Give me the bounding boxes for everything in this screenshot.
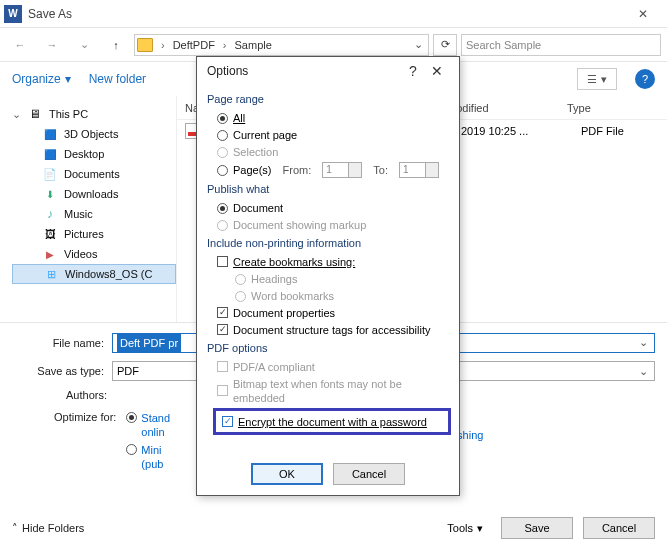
checkbox-checked-icon [217, 324, 228, 335]
col-modified[interactable]: modified [447, 102, 567, 114]
check-doc-properties[interactable]: Document properties [207, 304, 449, 321]
address-dropdown-icon[interactable]: ⌄ [411, 38, 426, 51]
nav-recent-icon[interactable]: ⌄ [70, 33, 98, 57]
tools-button[interactable]: Tools▾ [447, 522, 483, 535]
search-placeholder: Search Sample [466, 39, 541, 51]
dialog-help-icon[interactable]: ? [401, 63, 425, 79]
sidebar-label: 3D Objects [64, 128, 118, 140]
radio-current-page[interactable]: Current page [207, 126, 449, 143]
new-folder-button[interactable]: New folder [89, 72, 146, 86]
sidebar-item-disk-c[interactable]: Windows8_OS (C [12, 264, 176, 284]
check-encrypt-password[interactable]: Encrypt the document with a password [218, 413, 446, 430]
videos-icon [42, 247, 58, 261]
radio-pages[interactable]: Page(s) From: 1▴▾ To: 1▴▾ [207, 160, 449, 179]
authors-label: Authors: [66, 389, 107, 401]
chevron-right-icon[interactable]: › [157, 39, 169, 51]
checkbox-icon [217, 256, 228, 267]
optimize-standard-radio[interactable]: Standonlin [126, 411, 170, 439]
dialog-titlebar: Options ? ✕ [197, 57, 459, 85]
radio-all[interactable]: All [207, 109, 449, 126]
col-type[interactable]: Type [567, 102, 667, 114]
group-publish: Publish what [207, 183, 449, 195]
optimize-minimum-radio[interactable]: Mini(pub [126, 443, 170, 471]
refresh-button[interactable]: ⟳ [433, 34, 457, 56]
checkbox-icon [217, 361, 228, 372]
to-spinner: 1▴▾ [399, 162, 439, 178]
radio-off-icon [217, 147, 228, 158]
nav-forward-icon: → [38, 33, 66, 57]
breadcrumb-1[interactable]: DeftPDF [173, 39, 215, 51]
sidebar-label: Downloads [64, 188, 118, 200]
breadcrumb-2[interactable]: Sample [235, 39, 272, 51]
radio-off-icon [235, 274, 246, 285]
optimize-min-label-b: (pub [141, 458, 163, 470]
optimize-label: Optimize for: [54, 411, 116, 423]
check-structure-tags[interactable]: Document structure tags for accessibilit… [207, 321, 449, 338]
sidebar-label: Windows8_OS (C [65, 268, 152, 280]
checkbox-checked-icon [217, 307, 228, 318]
help-icon[interactable]: ? [635, 69, 655, 89]
from-label: From: [283, 163, 312, 177]
optimize-min-label-a: Mini [141, 444, 161, 456]
group-pdf-options: PDF options [207, 342, 449, 354]
encrypt-highlight: Encrypt the document with a password [213, 408, 451, 435]
chevron-down-icon: ▾ [65, 72, 71, 86]
radio-markup: Document showing markup [207, 216, 449, 233]
chevron-down-icon: ▾ [477, 522, 483, 535]
save-button[interactable]: Save [501, 517, 573, 539]
optimize-label-b: onlin [141, 426, 164, 438]
radio-on-icon [217, 203, 228, 214]
radio-off-icon [126, 444, 137, 455]
bottom-bar: ˄ Hide Folders Tools▾ Save Cancel [0, 506, 667, 550]
sidebar-item-downloads[interactable]: Downloads [16, 184, 176, 204]
sidebar-item-desktop[interactable]: Desktop [16, 144, 176, 164]
sidebar-item-music[interactable]: Music [16, 204, 176, 224]
dialog-cancel-button[interactable]: Cancel [333, 463, 405, 485]
radio-headings: Headings [207, 270, 449, 287]
search-input[interactable]: Search Sample [461, 34, 661, 56]
music-icon [42, 207, 58, 221]
cancel-button[interactable]: Cancel [583, 517, 655, 539]
sidebar-item-3d-objects[interactable]: 3D Objects [16, 124, 176, 144]
sidebar-item-this-pc[interactable]: ⌄ This PC [16, 104, 176, 124]
dialog-title: Options [207, 64, 248, 78]
check-pdfa: PDF/A compliant [207, 358, 449, 375]
cube-icon [42, 127, 58, 141]
window-close-icon[interactable]: ✕ [623, 0, 663, 28]
filename-value: Deft PDF pr [117, 334, 181, 352]
sidebar: ⌄ This PC 3D Objects Desktop Documents D… [0, 96, 176, 322]
nav-back-icon[interactable]: ← [6, 33, 34, 57]
window-titlebar: W Save As ✕ [0, 0, 667, 28]
organize-button[interactable]: Organize▾ [12, 72, 71, 86]
radio-word-bookmarks: Word bookmarks [207, 287, 449, 304]
folder-icon [137, 38, 153, 52]
filename-label: File name: [12, 337, 112, 349]
sidebar-label: Documents [64, 168, 120, 180]
to-label: To: [373, 163, 388, 177]
sidebar-item-documents[interactable]: Documents [16, 164, 176, 184]
optimize-label-a: Stand [141, 412, 170, 424]
radio-off-icon [217, 165, 228, 176]
chevron-down-icon[interactable]: ⌄ [639, 336, 648, 349]
check-bookmarks[interactable]: Create bookmarks using: [207, 253, 449, 270]
dialog-close-icon[interactable]: ✕ [425, 63, 449, 79]
chevron-right-icon[interactable]: › [219, 39, 231, 51]
ok-button[interactable]: OK [251, 463, 323, 485]
sidebar-item-videos[interactable]: Videos [16, 244, 176, 264]
radio-document[interactable]: Document [207, 199, 449, 216]
sidebar-label: Desktop [64, 148, 104, 160]
hide-folders-button[interactable]: ˄ Hide Folders [12, 522, 84, 535]
downloads-icon [42, 187, 58, 201]
file-modified: 2019 10:25 ... [461, 125, 581, 137]
window-title: Save As [28, 7, 72, 21]
radio-off-icon [235, 291, 246, 302]
radio-off-icon [217, 130, 228, 141]
nav-up-icon[interactable]: ↑ [102, 33, 130, 57]
sidebar-label: Videos [64, 248, 97, 260]
address-bar[interactable]: › DeftPDF › Sample ⌄ [134, 34, 429, 56]
view-mode-button[interactable]: ☰ ▾ [577, 68, 617, 90]
checkbox-checked-icon [222, 416, 233, 427]
sidebar-item-pictures[interactable]: Pictures [16, 224, 176, 244]
file-type: PDF File [581, 125, 667, 137]
documents-icon [42, 167, 58, 181]
